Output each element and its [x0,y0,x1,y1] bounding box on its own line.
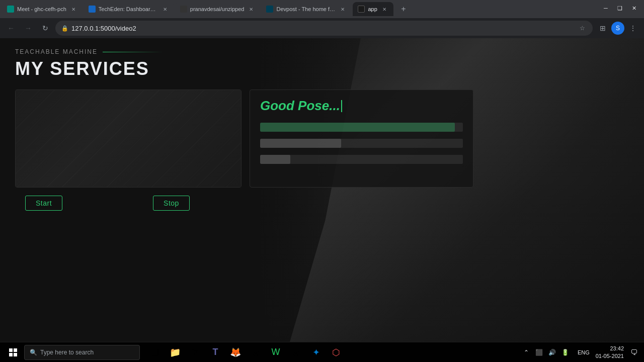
tab-techeden[interactable]: TechEden: Dashboard | Devfolio ✕ [84,2,174,16]
progress-fill-1 [260,123,455,132]
page-title: MY SERVICES [15,58,629,79]
tab-title-meet: Meet - ghc-cefh-pch [17,6,66,12]
tab-favicon-techeden [89,6,96,13]
tab-app[interactable]: app ✕ [353,2,393,16]
more-options-icon[interactable]: ⋮ [626,21,640,35]
tab-favicon-app [358,6,365,13]
account-icon[interactable]: S [611,21,625,35]
pose-status-text: Good Pose... [260,98,463,114]
extensions-icon[interactable]: ⊞ [596,21,610,35]
tray-battery[interactable]: 🔋 [559,346,572,358]
taskbar-search[interactable]: 🔍 Type here to search [24,345,140,360]
tray-chevron[interactable]: ⌃ [520,346,532,358]
tab-close-meet[interactable]: ✕ [69,5,77,13]
panels-row: Good Pose... [15,89,629,188]
taskbar-firefox[interactable]: 🦊 [226,343,245,361]
tab-bar: Meet - ghc-cefh-pch ✕ TechEden: Dashboar… [0,0,644,18]
system-clock[interactable]: 23:42 01-05-2021 [596,345,624,359]
tab-title-techeden: TechEden: Dashboard | Devfolio [99,6,158,12]
start-button-taskbar[interactable] [4,343,22,361]
taskbar-explorer[interactable]: 📁 [166,343,184,361]
stop-button[interactable]: Stop [153,196,190,211]
teams-icon: T [213,347,218,357]
buttons-row: Start Stop [15,196,629,211]
windows-icon [9,348,17,356]
firefox-icon: 🦊 [230,347,241,358]
tab-title-devpost: Devpost - The home for hackath... [276,6,336,12]
clock-date: 01-05-2021 [596,352,624,359]
tab-favicon-devpost [266,6,273,13]
taskbar-chrome2[interactable]: ◎ [287,343,305,361]
chrome-icon: ◎ [252,347,259,357]
section-label: TEACHABLE MACHINE [15,48,629,55]
address-bar[interactable]: 🔒 127.0.0.1:5000/video2 ☆ [55,21,593,36]
taskbar-center: ❑ 📁 🛍 T 🦊 ◎ W ◎ ✦ ⬡ [146,343,345,361]
store-icon: 🛍 [191,347,200,357]
tab-close-app[interactable]: ✕ [380,5,388,13]
new-tab-icon: + [401,5,406,14]
tray-volume[interactable]: 🔊 [546,346,558,358]
maximize-button[interactable]: ❑ [614,2,626,14]
content-area: TEACHABLE MACHINE MY SERVICES Good Pose.… [0,38,644,221]
progress-bar-1 [260,123,463,132]
profile-button[interactable]: S [611,22,624,35]
taskbar-vscode[interactable]: ✦ [307,343,325,361]
taskbar-whatsapp[interactable]: W [267,343,285,361]
taskbar-devtools[interactable]: ⬡ [327,343,345,361]
video-panel [15,89,242,188]
tab-title-github: pranavdesai/unzipped [190,6,245,12]
tab-close-techeden[interactable]: ✕ [161,5,169,13]
tab-favicon-github [180,6,187,13]
system-tray: ⌃ ⬛ 🔊 🔋 ENG 23:42 01-05-2021 🗨 [520,343,640,361]
section-label-text: TEACHABLE MACHINE [15,48,98,55]
language-indicator[interactable]: ENG [576,349,592,355]
explorer-icon: 📁 [170,347,181,358]
taskview-icon: ❑ [151,347,159,358]
back-button[interactable]: ← [4,21,18,35]
bookmark-icon[interactable]: ☆ [578,24,587,33]
reload-button[interactable]: ↻ [38,21,52,35]
green-divider [103,52,163,52]
address-icons: ☆ [578,24,587,33]
tab-favicon-meet [7,6,14,13]
progress-bar-2 [260,139,463,148]
tab-github[interactable]: pranavdesai/unzipped ✕ [175,2,261,16]
progress-bar-3 [260,155,463,164]
tray-network[interactable]: ⬛ [533,346,545,358]
progress-fill-3 [260,155,290,164]
tray-icons: ⌃ ⬛ 🔊 🔋 [520,346,572,358]
toolbar-icons: ⊞ S ⋮ [596,21,640,35]
address-bar-row: ← → ↻ 🔒 127.0.0.1:5000/video2 ☆ ⊞ S ⋮ [0,18,644,38]
page-content: TEACHABLE MACHINE MY SERVICES Good Pose.… [0,38,644,342]
chrome2-icon: ◎ [292,347,299,357]
forward-button[interactable]: → [21,21,35,35]
taskbar-taskview[interactable]: ❑ [146,343,164,361]
lock-icon: 🔒 [61,25,68,32]
search-placeholder: Type here to search [40,349,94,356]
vscode-icon: ✦ [312,347,320,358]
clock-time: 23:42 [596,345,624,352]
taskbar-teams[interactable]: T [206,343,224,361]
new-tab-button[interactable]: + [396,2,411,16]
search-icon: 🔍 [30,349,37,356]
notification-button[interactable]: 🗨 [628,343,640,361]
tab-close-devpost[interactable]: ✕ [339,5,347,13]
address-text: 127.0.0.1:5000/video2 [71,25,575,32]
taskbar-chrome[interactable]: ◎ [247,343,265,361]
tab-devpost[interactable]: Devpost - The home for hackath... ✕ [261,2,352,16]
tab-meet[interactable]: Meet - ghc-cefh-pch ✕ [2,2,83,16]
tab-title-app: app [368,6,377,12]
devtools-icon: ⬡ [332,347,340,358]
progress-fill-2 [260,139,341,148]
minimize-button[interactable]: ─ [600,2,612,14]
browser-chrome: Meet - ghc-cefh-pch ✕ TechEden: Dashboar… [0,0,644,38]
taskbar-store[interactable]: 🛍 [186,343,204,361]
close-button[interactable]: ✕ [628,2,640,14]
tab-close-github[interactable]: ✕ [247,5,255,13]
results-panel: Good Pose... [250,89,473,188]
window-controls: ─ ❑ ✕ [600,2,640,14]
text-cursor [341,100,342,112]
taskbar: 🔍 Type here to search ❑ 📁 🛍 T 🦊 ◎ W ◎ ✦ [0,342,644,362]
start-button[interactable]: Start [25,196,62,211]
whatsapp-icon: W [272,347,280,357]
